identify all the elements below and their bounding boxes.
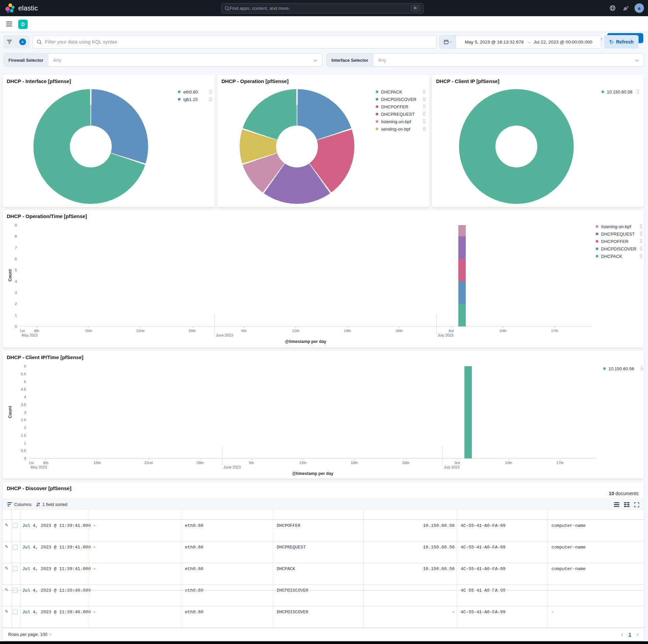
legend-item-DHCPACK[interactable]: DHCPACK [596, 252, 622, 260]
table-cell: DHCPREQUEST [277, 545, 306, 550]
legend-item-10.150.60.56[interactable]: 10.150.60.56 [603, 365, 634, 372]
row-edit-icon[interactable]: ✎ [5, 566, 8, 571]
dashboard-space-badge[interactable]: D [18, 20, 28, 29]
columns-button[interactable]: Columns [7, 502, 31, 507]
y-axis-tick-label: 3 [5, 291, 17, 295]
refresh-button[interactable]: ↻ Refresh [604, 35, 639, 49]
interface-selector[interactable]: Interface Selector Any [326, 53, 644, 67]
legend-item-DHCPREQUEST[interactable]: DHCPREQUEST [596, 230, 635, 238]
global-search-input[interactable] [230, 6, 411, 11]
legend-options-icon[interactable] [641, 366, 643, 371]
bar-segment-DHCPOFFER[interactable] [458, 259, 466, 281]
legend-options-icon[interactable] [423, 127, 426, 131]
help-icon[interactable] [609, 5, 616, 11]
legend-dot-icon [603, 367, 606, 370]
bar-segment-DHCPREQUEST[interactable] [458, 236, 466, 259]
x-axis-tick [37, 326, 37, 328]
row-checkbox[interactable] [13, 523, 18, 528]
y-axis-tick-label: 5.5 [15, 372, 26, 376]
legend-options-icon[interactable] [640, 246, 642, 251]
global-search[interactable]: ⌘/ [221, 3, 424, 14]
legend-item-igb1.15[interactable]: igb1.15 [178, 96, 198, 103]
next-page-button[interactable]: › [637, 631, 639, 638]
kql-input[interactable] [45, 39, 432, 45]
row-edit-icon[interactable]: ✎ [5, 522, 8, 528]
legend-item-listening-on-bpf[interactable]: listening-on-bpf [376, 118, 411, 125]
bar-segment-10.150.60.56[interactable] [464, 366, 472, 458]
legend-options-icon[interactable] [637, 89, 639, 94]
menu-icon[interactable] [6, 22, 12, 26]
x-axis-tick-label: 22nd [136, 329, 144, 333]
row-checkbox[interactable] [13, 610, 18, 614]
legend-item-10.150.60.56[interactable]: 10.150.60.56 [601, 88, 632, 96]
add-filter-button[interactable]: + [19, 38, 26, 45]
legend-dot-icon [376, 120, 378, 123]
legend-options-icon[interactable] [640, 254, 642, 258]
interface-selector-label: Interface Selector [327, 54, 373, 66]
row-edit-icon[interactable]: ✎ [5, 609, 8, 614]
density-rows-icon[interactable] [614, 502, 619, 507]
legend-item-DHCPREQUEST[interactable]: DHCPREQUEST [376, 110, 415, 118]
fullscreen-icon[interactable] [634, 502, 639, 507]
legend-options-icon[interactable] [423, 112, 426, 116]
table-row: ✎Jul 4, 2023 @ 11:39:41.000-eth0.60DHCPA… [3, 563, 644, 585]
legend-options-icon[interactable] [209, 89, 212, 94]
column-border [20, 510, 21, 628]
legend-options-icon[interactable] [209, 97, 212, 101]
legend-item-DHCPOFFER[interactable]: DHCPOFFER [596, 238, 628, 245]
legend-options-icon[interactable] [423, 97, 426, 101]
user-avatar[interactable]: e [634, 3, 644, 13]
legend-item-DHCPOFFER[interactable]: DHCPOFFER [376, 103, 408, 110]
bar-segment-listening-on-bpf[interactable] [458, 225, 466, 236]
legend-item-DHCPACK[interactable]: DHCPACK [376, 88, 402, 96]
table-cell: DHCPOFFER [277, 523, 300, 528]
month-boundary-line [214, 314, 215, 334]
legend-options-icon[interactable] [423, 119, 426, 124]
date-to: Jul 22, 2023 @ 00:00:00.000 [534, 39, 592, 45]
row-checkbox[interactable] [13, 566, 18, 571]
panel-dhcp-operation: DHCP - Operation [pfSense] DHCPACKDHCPDI… [217, 75, 429, 207]
x-axis-tick [509, 458, 509, 460]
table-cell: 4C-55-41-A0-FA-99 [461, 610, 506, 615]
x-axis-tick-label: 3rd [449, 329, 454, 333]
date-range-picker: May 5, 2023 @ 16:13:32.678 → Jul 22, 202… [439, 35, 601, 49]
date-range-text[interactable]: May 5, 2023 @ 16:13:32.678 → Jul 22, 202… [456, 39, 601, 45]
x-axis-tick [503, 326, 503, 328]
document-count: 10 documents [609, 491, 639, 496]
x-axis-tick-label: 15th [85, 329, 92, 333]
row-edit-icon[interactable]: ✎ [5, 587, 8, 592]
x-axis-title: @timestamp per day [292, 471, 333, 476]
calendar-button[interactable] [440, 35, 456, 48]
density-grid-icon[interactable] [624, 502, 629, 507]
legend-item-listening-on-bpf[interactable]: listening-on-bpf [596, 223, 631, 230]
page-number[interactable]: 1 [628, 632, 631, 637]
legend-options-icon[interactable] [423, 89, 426, 94]
bar-segment-DHCPDISCOVER[interactable] [458, 281, 466, 304]
panel-dhcp-interface: DHCP - Interface [pfSense] eth0.60igb1.1… [3, 75, 215, 207]
table-cell: computer-name [551, 566, 586, 571]
legend-options-icon[interactable] [640, 239, 642, 243]
filter-icon[interactable] [7, 40, 12, 44]
row-edit-icon[interactable]: ✎ [5, 544, 8, 549]
legend-item-sending-on-bpf[interactable]: sending-on-bpf [376, 125, 410, 133]
chevron-down-icon [636, 58, 639, 61]
legend-dot-icon [596, 240, 598, 243]
bar-segment-DHCPACK[interactable] [458, 304, 466, 326]
legend-options-icon[interactable] [640, 224, 642, 229]
row-checkbox[interactable] [13, 545, 18, 549]
x-axis-month-label: June 2023 [216, 333, 233, 337]
legend-options-icon[interactable] [640, 232, 642, 236]
firewall-selector[interactable]: Firewall Selector Any [3, 53, 322, 67]
table-cell: - [93, 566, 96, 571]
rows-per-page-button[interactable]: Rows per page: 100 [8, 632, 51, 637]
x-axis-tick-label: 19th [351, 461, 358, 465]
sort-fields-button[interactable]: 1 field sorted [36, 502, 67, 507]
legend-options-icon[interactable] [423, 104, 426, 109]
kql-query-bar[interactable] [32, 35, 437, 49]
news-icon[interactable] [623, 5, 629, 11]
legend-item-eth0.60[interactable]: eth0.60 [178, 88, 198, 96]
legend-item-DHCPDISCOVER[interactable]: DHCPDISCOVER [596, 245, 637, 252]
x-axis-tick [296, 326, 296, 328]
previous-page-button[interactable]: ‹ [621, 631, 623, 638]
legend-item-DHCPDISCOVER[interactable]: DHCPDISCOVER [376, 96, 416, 103]
